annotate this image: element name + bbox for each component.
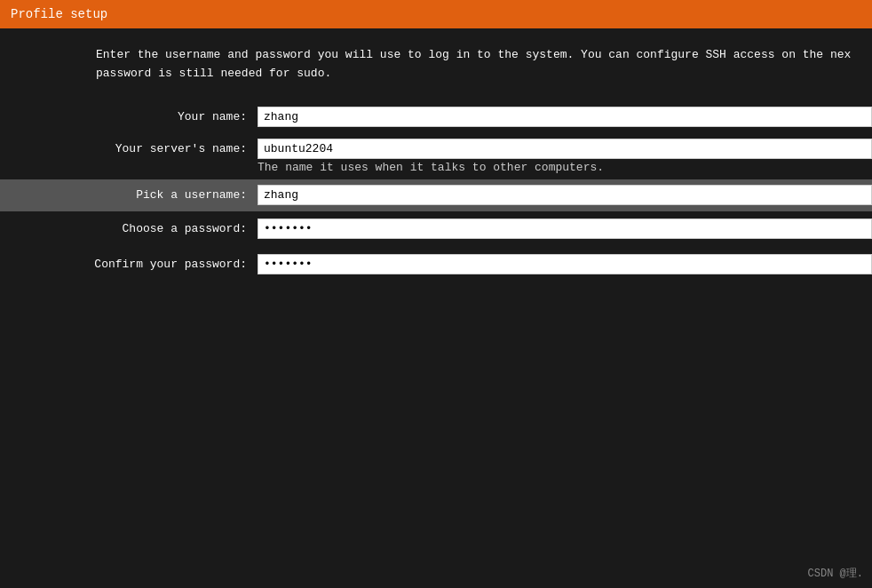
password-input[interactable] bbox=[258, 219, 872, 239]
your-name-row: Your name: bbox=[0, 101, 872, 133]
confirm-password-input-area bbox=[258, 249, 872, 280]
username-input[interactable] bbox=[258, 185, 872, 205]
description-line1: Enter the username and password you will… bbox=[96, 48, 851, 61]
confirm-password-label: Confirm your password: bbox=[0, 249, 258, 280]
main-content: Enter the username and password you will… bbox=[0, 28, 872, 300]
server-name-row: Your server's name: The name it uses whe… bbox=[0, 133, 872, 179]
password-row: Choose a password: bbox=[0, 211, 872, 247]
username-label: Pick a username: bbox=[0, 179, 258, 211]
server-name-input[interactable] bbox=[258, 139, 872, 159]
password-input-area bbox=[258, 213, 872, 244]
watermark: CSDN @理. bbox=[808, 566, 863, 581]
your-name-input[interactable] bbox=[258, 107, 872, 127]
confirm-password-row: Confirm your password: bbox=[0, 247, 872, 282]
description-line2: password is still needed for sudo. bbox=[96, 67, 331, 80]
profile-form: Your name: Your server's name: The name … bbox=[0, 101, 872, 282]
confirm-password-input[interactable] bbox=[258, 254, 872, 274]
username-input-area bbox=[258, 179, 872, 211]
watermark-text: CSDN @理. bbox=[808, 568, 863, 580]
server-name-label: Your server's name: bbox=[0, 133, 258, 164]
title-bar-label: Profile setup bbox=[11, 7, 107, 21]
server-name-input-area: The name it uses when it talks to other … bbox=[258, 133, 872, 179]
your-name-input-area bbox=[258, 101, 872, 132]
your-name-label: Your name: bbox=[0, 101, 258, 132]
username-row: Pick a username: bbox=[0, 179, 872, 211]
password-label: Choose a password: bbox=[0, 213, 258, 244]
server-name-hint: The name it uses when it talks to other … bbox=[258, 159, 872, 174]
description: Enter the username and password you will… bbox=[0, 46, 870, 101]
title-bar: Profile setup bbox=[0, 0, 872, 28]
